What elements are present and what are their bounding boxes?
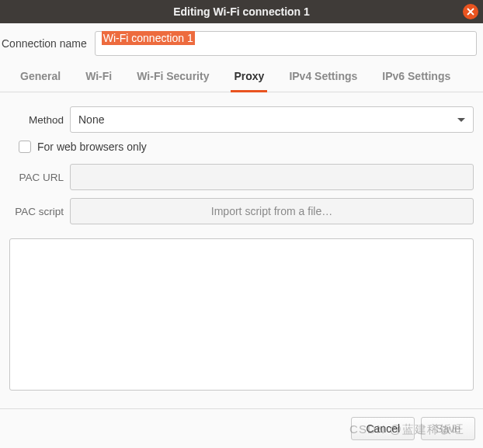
method-value: None [78,113,104,126]
close-icon [467,8,474,16]
tab-general[interactable]: General [8,62,73,92]
tab-bar: General Wi-Fi Wi-Fi Security Proxy IPv4 … [0,62,483,92]
tab-ipv6[interactable]: IPv6 Settings [370,62,463,92]
tab-wifi-security[interactable]: Wi-Fi Security [124,62,221,92]
close-button[interactable] [463,4,478,19]
browsers-only-label: For web browsers only [37,141,147,153]
tab-wifi[interactable]: Wi-Fi [73,62,124,92]
script-content-box[interactable] [9,238,474,391]
import-script-button[interactable]: Import script from a file… [70,198,474,224]
chevron-down-icon [457,118,465,122]
cancel-button[interactable]: Cancel [351,417,415,440]
connection-name-label: Connection name [0,37,87,50]
pac-url-label: PAC URL [9,172,64,183]
method-select[interactable]: None [70,106,474,133]
tab-proxy[interactable]: Proxy [221,62,276,92]
window-title: Editing Wi-Fi connection 1 [173,5,310,18]
proxy-panel: Method None For web browsers only PAC UR… [0,92,483,238]
pac-url-input[interactable] [70,164,474,190]
connection-name-value: Wi-Fi connection 1 [102,31,195,45]
save-button[interactable]: Save [421,417,475,440]
connection-name-input[interactable]: Wi-Fi connection 1 [95,31,477,56]
pac-script-row: PAC script Import script from a file… [9,198,474,224]
browsers-only-row: For web browsers only [19,141,474,153]
pac-script-label: PAC script [9,206,64,217]
tab-ipv4[interactable]: IPv4 Settings [276,62,370,92]
method-row: Method None [9,106,474,133]
connection-name-row: Connection name Wi-Fi connection 1 [0,23,483,62]
browsers-only-checkbox[interactable] [19,141,31,153]
dialog-footer: Cancel Save [0,408,483,448]
pac-url-row: PAC URL [9,164,474,190]
titlebar: Editing Wi-Fi connection 1 [0,0,483,23]
method-label: Method [9,114,64,126]
import-script-label: Import script from a file… [211,205,332,217]
